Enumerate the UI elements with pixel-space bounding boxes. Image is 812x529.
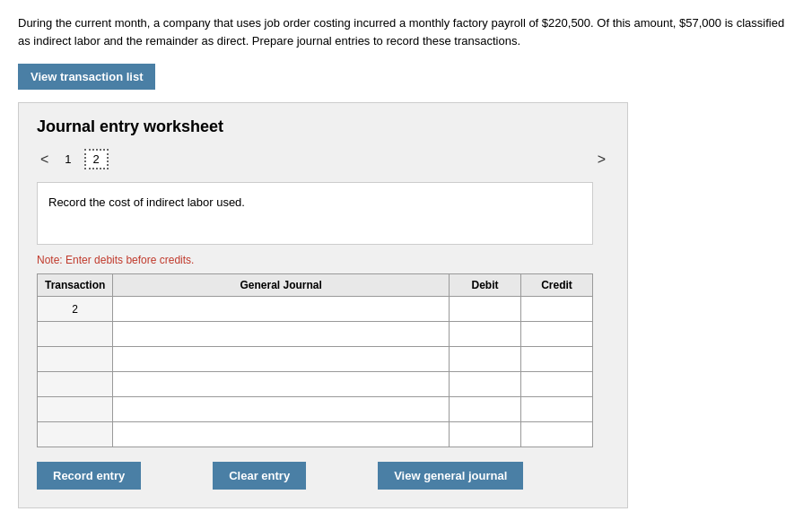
table-row	[38, 347, 593, 372]
worksheet-container: Journal entry worksheet < 1 2 > Record t…	[18, 102, 628, 508]
col-header-general-journal: General Journal	[113, 274, 450, 297]
page-2-button[interactable]: 2	[84, 149, 109, 169]
credit-cell[interactable]	[521, 397, 593, 422]
credit-input[interactable]	[527, 328, 587, 341]
prev-page-button[interactable]: <	[37, 150, 52, 169]
general-journal-cell[interactable]	[113, 347, 450, 372]
debit-input[interactable]	[455, 328, 515, 341]
debit-input[interactable]	[455, 403, 515, 416]
general-journal-input[interactable]	[118, 328, 443, 341]
debit-input[interactable]	[455, 353, 515, 366]
table-row	[38, 397, 593, 422]
credit-input[interactable]	[527, 303, 587, 316]
credit-cell[interactable]	[521, 372, 593, 397]
general-journal-cell[interactable]	[113, 397, 450, 422]
view-general-journal-button[interactable]: View general journal	[378, 462, 523, 490]
general-journal-cell[interactable]	[113, 422, 450, 447]
page-1-button[interactable]: 1	[57, 151, 78, 168]
page-navigation: < 1 2 >	[37, 149, 609, 169]
next-page-button[interactable]: >	[594, 150, 609, 169]
table-row: 2	[38, 297, 593, 322]
general-journal-input[interactable]	[118, 378, 443, 391]
transaction-cell	[38, 347, 113, 372]
intro-text: During the current month, a company that…	[18, 14, 790, 49]
debit-input[interactable]	[455, 378, 515, 391]
debit-cell[interactable]	[450, 397, 521, 422]
debit-input[interactable]	[455, 429, 515, 441]
credit-input[interactable]	[527, 378, 587, 391]
note-text: Note: Enter debits before credits.	[37, 254, 609, 266]
credit-cell[interactable]	[521, 297, 593, 322]
transaction-cell: 2	[38, 297, 113, 322]
debit-cell[interactable]	[450, 372, 521, 397]
transaction-cell	[38, 372, 113, 397]
general-journal-input[interactable]	[118, 429, 443, 441]
credit-input[interactable]	[527, 353, 587, 366]
general-journal-input[interactable]	[118, 353, 443, 366]
credit-cell[interactable]	[521, 347, 593, 372]
transaction-cell	[38, 397, 113, 422]
general-journal-input[interactable]	[118, 303, 443, 316]
debit-cell[interactable]	[450, 347, 521, 372]
journal-table: Transaction General Journal Debit Credit…	[37, 273, 593, 447]
general-journal-cell[interactable]	[113, 297, 450, 322]
general-journal-input[interactable]	[118, 403, 443, 416]
debit-input[interactable]	[455, 303, 515, 316]
table-row	[38, 372, 593, 397]
debit-cell[interactable]	[450, 322, 521, 347]
transaction-cell	[38, 322, 113, 347]
record-entry-button[interactable]: Record entry	[37, 462, 141, 490]
clear-entry-button[interactable]: Clear entry	[213, 462, 306, 490]
view-transaction-list-button[interactable]: View transaction list	[18, 64, 155, 90]
credit-cell[interactable]	[521, 322, 593, 347]
description-box: Record the cost of indirect labor used.	[37, 182, 593, 245]
description-text: Record the cost of indirect labor used.	[48, 195, 245, 209]
credit-input[interactable]	[527, 429, 587, 441]
col-header-debit: Debit	[450, 274, 521, 297]
credit-input[interactable]	[527, 403, 587, 416]
debit-cell[interactable]	[450, 297, 521, 322]
transaction-cell	[38, 422, 113, 447]
action-buttons: Record entry Clear entry View general jo…	[37, 462, 593, 490]
general-journal-cell[interactable]	[113, 322, 450, 347]
debit-cell[interactable]	[450, 422, 521, 447]
table-row	[38, 322, 593, 347]
credit-cell[interactable]	[521, 422, 593, 447]
worksheet-title: Journal entry worksheet	[37, 117, 609, 136]
col-header-credit: Credit	[521, 274, 593, 297]
general-journal-cell[interactable]	[113, 372, 450, 397]
table-row	[38, 422, 593, 447]
col-header-transaction: Transaction	[38, 274, 113, 297]
